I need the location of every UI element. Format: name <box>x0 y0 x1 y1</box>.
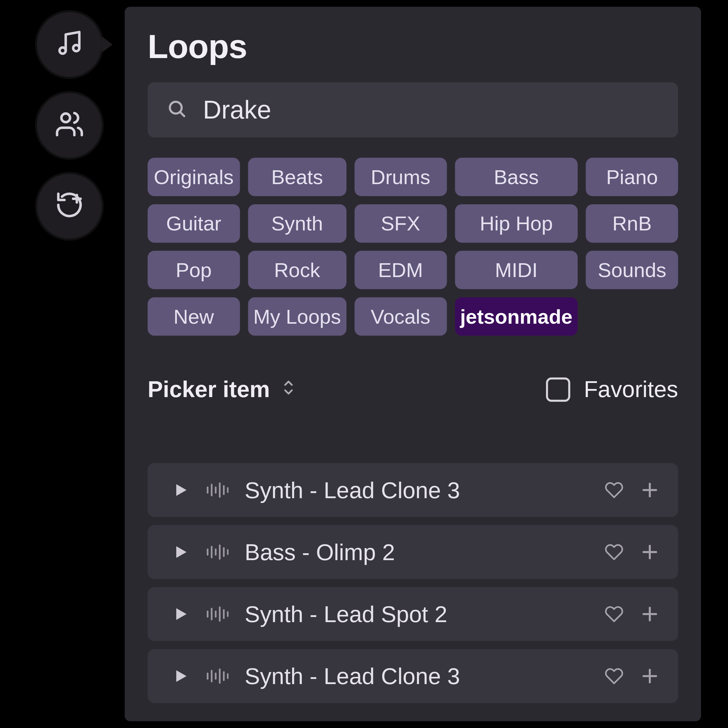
heart-icon[interactable] <box>604 605 624 624</box>
svg-marker-16 <box>176 546 187 558</box>
svg-marker-25 <box>176 608 187 620</box>
waveform-icon <box>205 481 228 500</box>
track-name: Synth - Lead Clone 3 <box>245 663 588 689</box>
track-name: Bass - Olimp 2 <box>245 539 588 565</box>
people-icon <box>55 109 84 142</box>
sort-picker[interactable]: Picker item <box>148 376 296 402</box>
track-list: Synth - Lead Clone 3Bass - Olimp 2Synth … <box>148 463 678 703</box>
category-chip[interactable]: RnB <box>586 204 678 243</box>
play-icon[interactable] <box>172 542 189 562</box>
panel-title: Loops <box>148 27 678 66</box>
svg-point-2 <box>61 113 70 122</box>
track-row[interactable]: Synth - Lead Clone 3 <box>148 649 678 703</box>
heart-icon[interactable] <box>604 543 624 562</box>
plus-icon[interactable] <box>641 605 659 624</box>
rail-people-button[interactable] <box>37 93 102 158</box>
category-chip[interactable]: Bass <box>454 158 578 196</box>
favorites-toggle[interactable]: Favorites <box>546 376 678 402</box>
loop-plus-icon <box>55 190 84 223</box>
category-chip[interactable]: EDM <box>354 251 447 289</box>
picker-label: Picker item <box>148 376 270 402</box>
picker-row: Picker item Favorites <box>148 376 678 402</box>
plus-icon[interactable] <box>641 481 659 500</box>
category-chip[interactable]: Drums <box>354 158 447 196</box>
category-chip[interactable]: Vocals <box>354 297 447 336</box>
search-bar[interactable] <box>148 82 678 138</box>
svg-marker-34 <box>176 670 187 682</box>
track-row[interactable]: Bass - Olimp 2 <box>148 525 678 579</box>
category-chips: OriginalsBeatsDrumsBassPianoGuitarSynthS… <box>148 158 678 336</box>
category-chip[interactable]: Synth <box>248 204 346 243</box>
category-chip[interactable]: Pop <box>148 251 240 289</box>
category-chip[interactable]: Piano <box>586 158 678 196</box>
category-chip[interactable]: SFX <box>354 204 447 243</box>
category-chip[interactable]: Beats <box>248 158 346 196</box>
category-chip[interactable]: Sounds <box>586 251 678 289</box>
category-chip[interactable]: Originals <box>148 158 240 196</box>
play-icon[interactable] <box>172 604 189 624</box>
category-chip[interactable]: MIDI <box>454 251 578 289</box>
favorites-label: Favorites <box>584 376 678 402</box>
category-chip[interactable]: jetsonmade <box>454 297 578 336</box>
rail-loop-plus-button[interactable] <box>37 174 102 239</box>
track-row[interactable]: Synth - Lead Clone 3 <box>148 463 678 517</box>
heart-icon[interactable] <box>604 667 624 685</box>
waveform-icon <box>205 667 228 685</box>
category-chip[interactable]: My Loops <box>248 297 346 336</box>
loops-panel: Loops OriginalsBeatsDrumsBassPianoGuitar… <box>125 7 701 721</box>
category-chip[interactable]: Hip Hop <box>454 204 578 243</box>
favorites-checkbox[interactable] <box>546 377 570 402</box>
waveform-icon <box>205 605 228 624</box>
play-icon[interactable] <box>172 666 189 686</box>
heart-icon[interactable] <box>604 481 624 500</box>
svg-point-1 <box>73 45 80 52</box>
track-name: Synth - Lead Spot 2 <box>245 601 588 627</box>
play-icon[interactable] <box>172 480 189 500</box>
search-input[interactable] <box>203 95 659 124</box>
chevron-up-down-icon <box>282 376 296 402</box>
category-chip[interactable]: New <box>148 297 240 336</box>
category-chip[interactable]: Guitar <box>148 204 240 243</box>
svg-marker-7 <box>176 484 187 496</box>
plus-icon[interactable] <box>641 543 659 562</box>
search-icon <box>166 98 187 121</box>
rail-loops-button[interactable] <box>37 12 102 77</box>
plus-icon[interactable] <box>641 667 659 685</box>
track-row[interactable]: Synth - Lead Spot 2 <box>148 587 678 641</box>
music-note-icon <box>55 28 84 61</box>
side-rail <box>37 12 102 239</box>
category-chip[interactable]: Rock <box>248 251 346 289</box>
svg-point-0 <box>60 47 66 54</box>
track-name: Synth - Lead Clone 3 <box>245 477 588 503</box>
waveform-icon <box>205 543 228 562</box>
svg-line-6 <box>180 112 184 116</box>
